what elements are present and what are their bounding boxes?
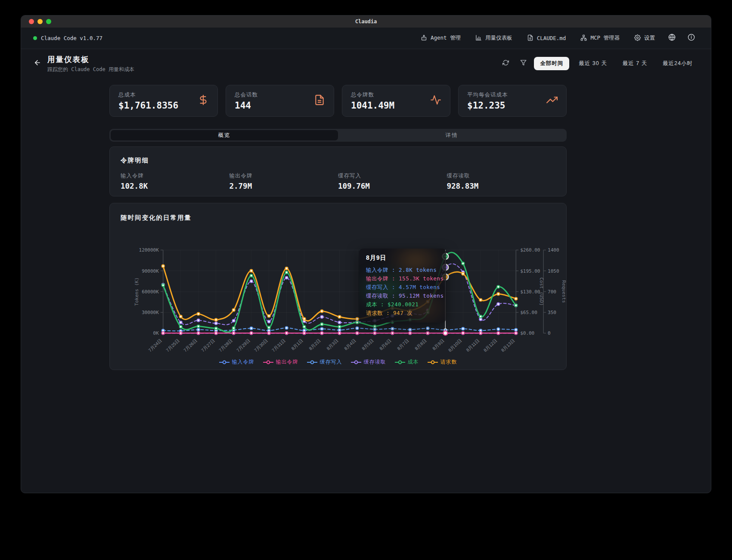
stat-card-total-cost: 总成本 $1,761.8356 (109, 85, 218, 117)
refresh-icon (502, 59, 509, 68)
svg-text:Cost (USD): Cost (USD) (539, 277, 544, 306)
tooltip-row: 缓存读取 : 95.12M tokens (366, 292, 439, 300)
token-breakdown-title: 令牌明细 (121, 156, 555, 165)
daily-usage-chart[interactable]: 0K30000K60000K90000K120000K$0.00$65.00$1… (110, 203, 566, 370)
stat-card-total-sessions: 总会话数 144 (226, 85, 334, 117)
arrow-left-icon (33, 59, 41, 68)
titlebar: Claudia (21, 16, 711, 28)
legend-item[interactable]: 输出令牌 (263, 358, 298, 366)
token-label: 缓存读取 (447, 172, 556, 180)
tooltip-date: 8月9日 (366, 254, 439, 262)
svg-text:8月6日: 8月6日 (378, 338, 392, 351)
svg-text:8月10日: 8月10日 (447, 338, 463, 353)
range-last-7-days[interactable]: 最近 7 天 (617, 57, 653, 70)
svg-text:8月2日: 8月2日 (308, 338, 322, 351)
stat-label: 总成本 (118, 91, 178, 99)
svg-text:7月31日: 7月31日 (271, 338, 286, 353)
tooltip-row: 输入令牌 : 2.8K tokens (366, 266, 439, 274)
token-cache-write: 缓存写入 109.76M (338, 172, 447, 190)
svg-text:1400: 1400 (548, 247, 559, 253)
svg-text:7月26日: 7月26日 (183, 338, 198, 353)
filter-button[interactable] (516, 56, 530, 71)
page-header: 用量仪表板 跟踪您的 Claude Code 用量和成本 全部时间 最近 30 … (21, 49, 711, 78)
network-icon (580, 34, 587, 42)
nav-mcp-manager[interactable]: MCP 管理器 (575, 31, 625, 45)
nav-usage-dashboard[interactable]: 用量仪表板 (470, 31, 518, 45)
legend-label: 请求数 (440, 358, 457, 366)
token-input: 输入令牌 102.8K (121, 172, 230, 190)
svg-text:7月25日: 7月25日 (165, 338, 180, 353)
view-tabs: 概览 详情 (109, 129, 567, 142)
token-value: 928.83M (447, 182, 556, 190)
info-button[interactable] (684, 31, 699, 46)
tooltip-row: 缓存写入 : 4.57M tokens (366, 283, 439, 292)
svg-text:$260.00: $260.00 (520, 247, 540, 253)
token-value: 2.79M (230, 182, 338, 190)
legend-item[interactable]: 缓存读取 (351, 358, 386, 366)
gear-icon (634, 34, 641, 42)
close-button[interactable] (29, 19, 34, 24)
svg-text:700: 700 (548, 289, 556, 295)
svg-text:8月1日: 8月1日 (291, 338, 304, 351)
svg-text:8月5日: 8月5日 (361, 338, 374, 351)
svg-text:Requests: Requests (561, 280, 566, 303)
token-value: 109.76M (338, 182, 447, 190)
minimize-button[interactable] (37, 19, 43, 24)
stat-label: 总会话数 (235, 91, 258, 99)
page-subtitle: 跟踪您的 Claude Code 用量和成本 (47, 66, 134, 73)
svg-text:0K: 0K (153, 330, 159, 336)
stat-card-avg-cost-per-session: 平均每会话成本 $12.235 (458, 85, 567, 117)
filter-icon (520, 59, 527, 68)
nav-label: 用量仪表板 (485, 34, 512, 42)
bot-icon (421, 34, 427, 42)
token-cache-read: 缓存读取 928.83M (447, 172, 556, 190)
stat-label: 总令牌数 (351, 91, 394, 99)
token-breakdown-card: 令牌明细 输入令牌 102.8K 输出令牌 2.79M 缓存写入 109.76M… (109, 146, 567, 196)
nav-label: MCP 管理器 (590, 34, 620, 42)
svg-text:$195.00: $195.00 (520, 268, 540, 274)
stat-value: 1041.49M (351, 100, 394, 111)
tooltip-row: 成本 : $240.0021 (366, 300, 439, 309)
svg-text:7月28日: 7月28日 (218, 338, 233, 353)
stat-card-total-tokens: 总令牌数 1041.49M (342, 85, 450, 117)
zoom-button[interactable] (46, 19, 51, 24)
tooltip-row: 输出令牌 : 155.3K tokens (366, 274, 439, 283)
legend-label: 输出令牌 (276, 358, 298, 366)
back-button[interactable] (33, 59, 41, 68)
svg-text:8月8日: 8月8日 (414, 338, 427, 351)
svg-text:Tokens (K): Tokens (K) (134, 277, 140, 306)
svg-text:8月4日: 8月4日 (343, 338, 357, 351)
range-last-30-days[interactable]: 最近 30 天 (573, 57, 613, 70)
stat-value: $1,761.8356 (118, 100, 178, 111)
tab-details[interactable]: 详情 (338, 130, 565, 140)
globe-button[interactable] (664, 31, 679, 46)
svg-text:8月11日: 8月11日 (465, 338, 481, 353)
daily-usage-chart-card: 随时间变化的日常用量 0K30000K60000K90000K120000K$0… (109, 203, 567, 370)
nav-label: CLAUDE.md (537, 35, 566, 41)
token-label: 输入令牌 (121, 172, 230, 180)
refresh-button[interactable] (499, 56, 513, 71)
svg-text:8月13日: 8月13日 (500, 338, 516, 353)
app-window: Claudia Claude Code v1.0.77 Agent 管理 用量仪… (21, 15, 711, 493)
legend-item[interactable]: 输入令牌 (219, 358, 254, 366)
nav-agent-manager[interactable]: Agent 管理 (416, 31, 466, 45)
nav-claude-md[interactable]: CLAUDE.md (522, 31, 571, 45)
globe-icon (668, 34, 676, 43)
window-title: Claudia (355, 19, 377, 25)
svg-text:$130.00: $130.00 (520, 289, 540, 295)
legend-label: 输入令牌 (232, 358, 254, 366)
legend-label: 缓存读取 (364, 358, 386, 366)
legend-item[interactable]: 缓存写入 (307, 358, 342, 366)
range-last-24-hours[interactable]: 最近24小时 (657, 57, 699, 70)
tab-overview[interactable]: 概览 (111, 130, 338, 140)
svg-text:$0.00: $0.00 (520, 330, 534, 336)
range-all-time[interactable]: 全部时间 (534, 57, 569, 70)
page-title: 用量仪表板 (47, 54, 134, 65)
nav-settings[interactable]: 设置 (629, 31, 660, 45)
trending-up-icon (546, 94, 558, 107)
legend-item[interactable]: 请求数 (428, 358, 457, 366)
legend-item[interactable]: 成本 (395, 358, 419, 366)
svg-text:350: 350 (548, 310, 556, 315)
svg-text:7月30日: 7月30日 (253, 338, 269, 353)
tooltip-row: 请求数 : 947 次 (366, 309, 439, 317)
